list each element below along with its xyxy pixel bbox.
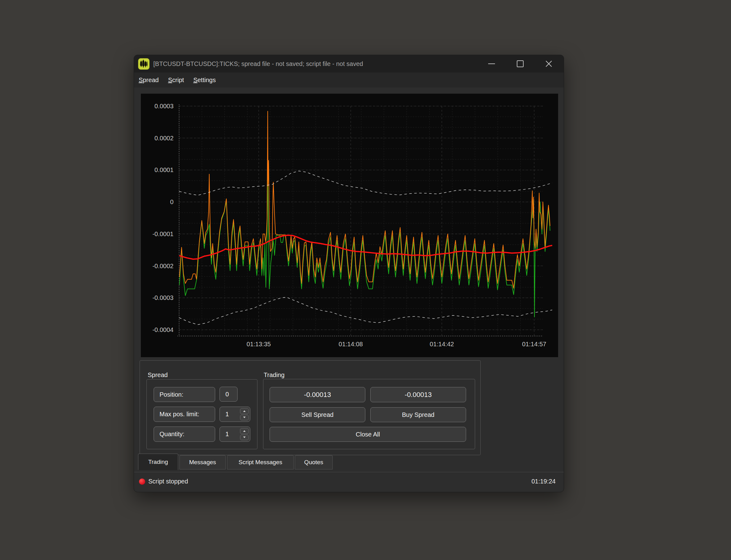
y-axis-tick-label: 0.0003 bbox=[155, 103, 174, 110]
minimize-icon bbox=[488, 63, 495, 64]
tab-script-messages[interactable]: Script Messages bbox=[227, 455, 294, 469]
y-axis-tick-label: -0.0001 bbox=[152, 231, 174, 237]
y-axis-tick-label: 0.0001 bbox=[155, 166, 174, 173]
window-title: [BTCUSDT-BTCUSDC]:TICKS; spread file - n… bbox=[153, 60, 363, 68]
spread-chart-canvas: 0.00030.00020.00010-0.0001-0.0002-0.0003… bbox=[141, 94, 558, 357]
quantity-label: Quantity: bbox=[154, 427, 215, 442]
quantity-spin-buttons bbox=[240, 428, 249, 440]
title-bar[interactable]: [BTCUSDT-BTCUSDC]:TICKS; spread file - n… bbox=[134, 55, 564, 72]
max-pos-limit-stepper[interactable]: 1 bbox=[220, 407, 250, 422]
buy-spread-button[interactable]: Buy Spread bbox=[370, 407, 466, 422]
spin-down-button[interactable] bbox=[240, 415, 249, 421]
y-axis-tick-label: -0.0003 bbox=[152, 294, 174, 301]
candlestick-chart-icon bbox=[138, 58, 150, 70]
record-dot-icon bbox=[139, 478, 145, 485]
x-axis-tick-label: 01:14:57 bbox=[522, 341, 546, 348]
position-label: Position: bbox=[154, 387, 215, 402]
status-clock: 01:19:24 bbox=[531, 478, 556, 485]
quantity-stepper[interactable]: 1 bbox=[220, 427, 250, 442]
max-pos-limit-value: 1 bbox=[226, 411, 229, 418]
tab-messages[interactable]: Messages bbox=[179, 455, 226, 469]
maximize-icon bbox=[517, 60, 524, 67]
x-axis-tick-label: 01:14:08 bbox=[339, 341, 363, 348]
menu-script[interactable]: Script bbox=[168, 77, 184, 84]
y-axis-tick-label: -0.0002 bbox=[152, 263, 174, 269]
menu-spread[interactable]: Spread bbox=[139, 77, 159, 84]
spread-chart[interactable]: 0.00030.00020.00010-0.0001-0.0002-0.0003… bbox=[141, 94, 558, 357]
close-button[interactable] bbox=[534, 55, 563, 72]
status-message: Script stopped bbox=[148, 478, 188, 485]
x-axis-tick-label: 01:14:42 bbox=[430, 341, 454, 348]
y-axis-tick-label: 0.0002 bbox=[155, 135, 174, 142]
maximize-button[interactable] bbox=[506, 55, 534, 72]
series-upper-band bbox=[179, 171, 552, 195]
menu-bar: Spread Script Settings bbox=[134, 72, 564, 87]
spin-up-button[interactable] bbox=[240, 428, 249, 434]
spread-group-title: Spread bbox=[148, 371, 168, 379]
window-controls bbox=[477, 55, 563, 72]
trading-tab-pane: Spread Position: 0 Max pos. limit: 1 Qua… bbox=[140, 360, 481, 455]
max-pos-limit-label: Max pos. limit: bbox=[154, 407, 215, 422]
tab-quotes[interactable]: Quotes bbox=[295, 455, 333, 469]
sell-price-display: -0.00013 bbox=[270, 387, 366, 402]
close-icon bbox=[545, 60, 552, 67]
sell-spread-button[interactable]: Sell Spread bbox=[270, 407, 366, 422]
series-lower-band bbox=[179, 297, 552, 324]
position-value: 0 bbox=[220, 387, 238, 402]
chevron-up-icon bbox=[243, 410, 246, 412]
quantity-value: 1 bbox=[226, 431, 229, 438]
minimize-button[interactable] bbox=[477, 55, 506, 72]
app-window: [BTCUSDT-BTCUSDC]:TICKS; spread file - n… bbox=[134, 55, 564, 492]
buy-price-display: -0.00013 bbox=[370, 387, 466, 402]
trading-group-title: Trading bbox=[264, 371, 285, 379]
spin-up-button[interactable] bbox=[240, 408, 249, 414]
tab-trading[interactable]: Trading bbox=[138, 454, 178, 470]
y-axis-tick-label: -0.0004 bbox=[152, 326, 174, 333]
y-axis-tick-label: 0 bbox=[170, 198, 174, 205]
spin-down-button[interactable] bbox=[240, 435, 249, 441]
series-bid-spread bbox=[179, 175, 550, 317]
status-bar-separator bbox=[134, 472, 564, 472]
menu-settings[interactable]: Settings bbox=[193, 77, 216, 84]
chevron-down-icon bbox=[243, 417, 246, 418]
chevron-up-icon bbox=[243, 430, 246, 432]
close-all-button[interactable]: Close All bbox=[270, 427, 466, 442]
x-axis-tick-label: 01:13:35 bbox=[247, 341, 271, 348]
max-pos-limit-spin-buttons bbox=[240, 408, 249, 420]
chevron-down-icon bbox=[243, 436, 246, 438]
